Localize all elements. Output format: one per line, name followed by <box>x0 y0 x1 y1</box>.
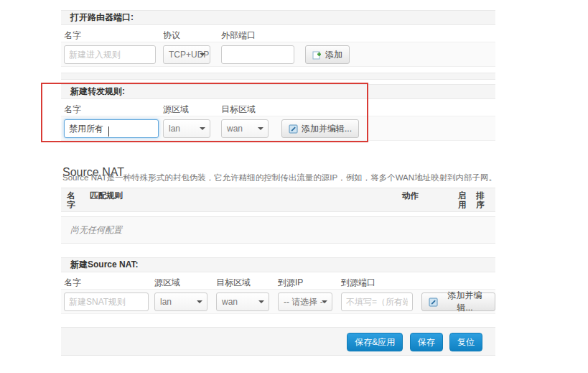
source-nat-description: Source NAT是一种特殊形式的封包伪装，它允许精细的控制传出流量的源IP，… <box>62 172 497 183</box>
source-zone-value: lan <box>169 124 180 134</box>
col-label-src-zone: 源区域 <box>163 103 189 116</box>
add-edit-icon <box>289 124 298 134</box>
col-label-to-ip: 到源IP <box>278 277 303 289</box>
firewall-settings-page: { "colors": { "primary_button": "#1588c8… <box>0 0 588 373</box>
th-action: 动作 <box>402 191 419 201</box>
snat-add-edit-button-label: 添加并编辑... <box>442 290 488 314</box>
snat-source-zone-value: lan <box>160 297 172 307</box>
th-match: 匹配规则 <box>90 191 123 201</box>
add-port-rule-button[interactable]: 添加 <box>305 45 350 64</box>
snat-dest-zone-cell: wan <box>216 293 269 311</box>
chevron-down-icon <box>200 53 205 56</box>
add-edit-button-label: 添加并编辑... <box>302 123 352 135</box>
external-port-input[interactable] <box>221 45 294 64</box>
add-edit-button-cell: 添加并编辑... <box>281 119 359 138</box>
page-content: 打开路由器端口: 名字 协议 外部端口 TCP+UDP <box>61 10 495 366</box>
open-ports-create-row: TCP+UDP 添加 <box>61 42 495 67</box>
col-label-dest-zone: 目标区域 <box>216 277 251 289</box>
snat-to-port-cell <box>341 293 413 311</box>
add-and-edit-snat-button[interactable]: 添加并编辑... <box>421 293 495 311</box>
src-zone-cell: lan <box>163 119 210 138</box>
snat-destination-zone-value: wan <box>222 297 238 307</box>
destination-zone-value: wan <box>227 124 243 134</box>
section-spacer-band <box>61 73 495 80</box>
chevron-down-icon <box>200 127 205 130</box>
destination-zone-select[interactable]: wan <box>221 119 269 138</box>
col-label-to-port: 到源端口 <box>341 277 375 289</box>
empty-config-text: 尚无任何配置 <box>70 225 122 235</box>
new-rule-name-cell <box>64 45 156 64</box>
ext-port-cell <box>221 45 294 64</box>
col-label-src-zone: 源区域 <box>154 277 180 289</box>
open-ports-column-labels: 名字 协议 外部端口 <box>61 29 495 40</box>
forward-rule-section-header: 新建转发规则: <box>61 84 495 99</box>
footer-actions-bar: 保存&应用 保存 复位 <box>61 327 495 356</box>
col-label-protocol: 协议 <box>163 29 180 42</box>
add-icon <box>312 50 322 60</box>
snat-source-zone-select[interactable]: lan <box>154 293 207 311</box>
snat-create-section-header: 新建Source NAT: <box>61 257 495 272</box>
protocol-cell: TCP+UDP <box>163 45 210 64</box>
snat-column-labels: 名字 源区域 目标区域 到源IP 到源端口 <box>61 277 495 287</box>
reset-button[interactable]: 复位 <box>449 333 482 351</box>
save-button[interactable]: 保存 <box>410 333 443 351</box>
snat-rule-name-input[interactable] <box>64 293 149 311</box>
save-apply-button[interactable]: 保存&应用 <box>347 333 403 351</box>
forward-rule-create-row: lan wan 添加并编辑... <box>61 116 495 141</box>
snat-src-zone-cell: lan <box>154 293 207 311</box>
col-label-dest-zone: 目标区域 <box>221 103 256 116</box>
chevron-down-icon <box>258 300 264 303</box>
forward-name-cell <box>64 119 159 138</box>
add-and-edit-forward-button[interactable]: 添加并编辑... <box>281 119 359 138</box>
snat-to-source-ip-value: -- 请选择 -- <box>284 297 326 307</box>
th-sort: 排序 <box>476 191 486 210</box>
forward-rule-name-input[interactable] <box>64 119 159 138</box>
chevron-down-icon <box>322 300 327 303</box>
chevron-down-icon <box>258 127 263 130</box>
source-nat-table-header: 名字 匹配规则 动作 启用 排序 <box>61 188 495 212</box>
source-nat-empty-row: 尚无任何配置 <box>61 216 495 244</box>
th-name: 名字 <box>67 191 77 210</box>
snat-create-title: 新建Source NAT: <box>70 259 138 270</box>
snat-create-row: lan wan -- 请选择 -- <box>61 289 495 314</box>
snat-destination-zone-select[interactable]: wan <box>216 293 269 311</box>
open-ports-section-header: 打开路由器端口: <box>61 10 495 25</box>
th-enable: 启用 <box>458 191 468 210</box>
dest-zone-cell: wan <box>221 119 269 138</box>
text-cursor <box>108 126 109 137</box>
add-button-label: 添加 <box>325 49 342 61</box>
snat-to-ip-cell: -- 请选择 -- <box>278 293 332 311</box>
snat-add-edit-cell: 添加并编辑... <box>421 293 495 311</box>
source-zone-select[interactable]: lan <box>163 119 210 138</box>
snat-to-source-port-input[interactable] <box>341 293 413 311</box>
forward-rule-column-labels: 名字 源区域 目标区域 <box>61 103 495 114</box>
col-label-name: 名字 <box>64 103 81 116</box>
chevron-down-icon <box>197 300 202 303</box>
add-button-cell: 添加 <box>305 45 350 64</box>
snat-to-source-ip-select[interactable]: -- 请选择 -- <box>278 293 332 311</box>
col-label-name: 名字 <box>64 29 81 42</box>
new-incoming-rule-name-input[interactable] <box>64 45 156 64</box>
protocol-select[interactable]: TCP+UDP <box>163 45 210 64</box>
forward-rule-title: 新建转发规则: <box>70 86 125 96</box>
col-label-name: 名字 <box>64 277 81 289</box>
open-ports-title: 打开路由器端口: <box>70 12 134 22</box>
add-edit-icon <box>429 298 438 307</box>
col-label-ext-port: 外部端口 <box>221 29 256 42</box>
snat-name-cell <box>64 293 149 311</box>
